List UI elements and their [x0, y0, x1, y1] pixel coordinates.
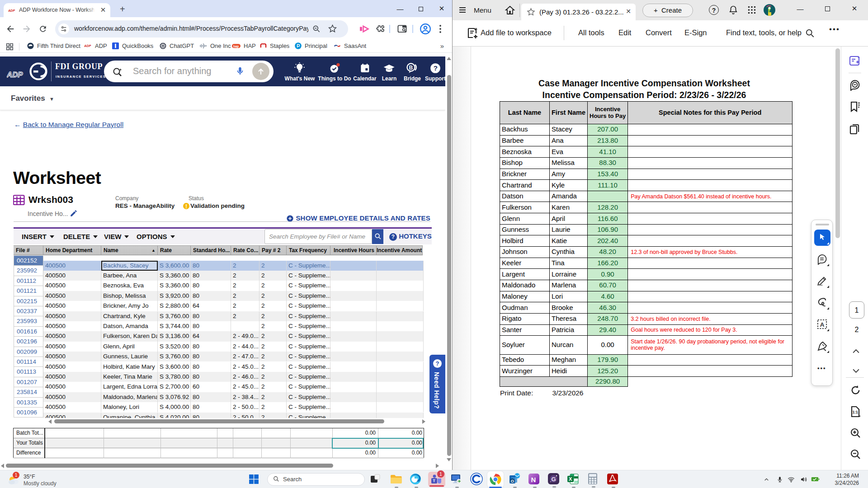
- svg-text:T: T: [433, 479, 436, 483]
- svg-text:B: B: [409, 65, 413, 71]
- svg-text:X: X: [569, 476, 572, 482]
- svg-text:N: N: [531, 476, 536, 483]
- svg-text:hap: hap: [233, 45, 239, 48]
- svg-text:ADP: ADP: [84, 44, 91, 48]
- svg-text:?: ?: [434, 64, 438, 72]
- svg-text:1:1: 1:1: [853, 410, 859, 414]
- svg-text:ADP: ADP: [8, 9, 15, 12]
- svg-text:A: A: [820, 321, 825, 328]
- svg-text:O: O: [511, 479, 514, 483]
- svg-text:ADP: ADP: [7, 70, 23, 79]
- svg-text:G: G: [552, 476, 556, 483]
